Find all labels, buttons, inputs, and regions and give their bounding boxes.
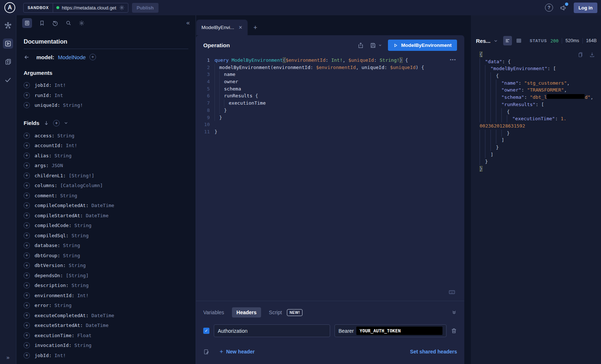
keyboard-shortcuts-icon[interactable] bbox=[448, 288, 456, 296]
run-operation-button[interactable]: ModelByEnvironment bbox=[388, 40, 457, 51]
checks-icon[interactable] bbox=[3, 75, 13, 85]
save-operation-group[interactable] bbox=[370, 42, 382, 49]
add-argument-icon[interactable]: + bbox=[24, 102, 30, 108]
add-field-icon[interactable]: + bbox=[24, 182, 30, 189]
schema-graph-icon[interactable] bbox=[3, 20, 13, 31]
fields-chevron-icon[interactable] bbox=[64, 121, 68, 125]
add-field-icon[interactable]: + bbox=[24, 302, 30, 308]
add-field-icon[interactable]: + bbox=[24, 173, 30, 179]
add-field-icon[interactable]: + bbox=[24, 142, 30, 149]
login-button[interactable]: Log in bbox=[574, 3, 597, 13]
add-field-icon[interactable]: + bbox=[24, 282, 30, 288]
add-to-query-icon[interactable]: + bbox=[89, 54, 96, 60]
add-field-icon[interactable]: + bbox=[24, 352, 30, 359]
add-field-icon[interactable]: + bbox=[24, 252, 30, 259]
header-row: ✓ Authorization Bearer YOUR_AUTH_TOKEN bbox=[203, 324, 457, 337]
add-field-icon[interactable]: + bbox=[24, 342, 30, 348]
add-field-icon[interactable]: + bbox=[24, 193, 30, 199]
indent-guide bbox=[219, 107, 224, 114]
code-line: 10 bbox=[199, 121, 464, 128]
response-dropdown-icon[interactable] bbox=[493, 39, 498, 43]
indent-guide bbox=[480, 65, 485, 72]
auth-token-value[interactable]: YOUR_AUTH_TOKEN bbox=[356, 327, 442, 335]
history-icon[interactable] bbox=[52, 20, 59, 26]
collapse-panel-icon[interactable] bbox=[451, 310, 457, 315]
add-field-icon[interactable]: + bbox=[24, 272, 30, 279]
add-field-icon[interactable]: + bbox=[24, 262, 30, 268]
response-title: Res... bbox=[476, 38, 490, 44]
publish-button[interactable]: Publish bbox=[132, 3, 159, 13]
response-actions bbox=[577, 52, 595, 58]
breadcrumb-type-link[interactable]: ModelNode bbox=[58, 54, 86, 60]
add-field-icon[interactable]: + bbox=[24, 213, 30, 219]
code-line: 7executionTime bbox=[199, 100, 464, 107]
formatted-view-toggle[interactable] bbox=[503, 36, 512, 45]
sort-fields-icon[interactable] bbox=[44, 120, 49, 126]
download-response-icon[interactable] bbox=[589, 52, 595, 58]
header-value-input[interactable]: Bearer YOUR_AUTH_TOKEN bbox=[334, 324, 446, 337]
save-icon[interactable] bbox=[370, 42, 376, 49]
explorer-icon[interactable] bbox=[3, 39, 13, 49]
indent-guide bbox=[480, 115, 485, 122]
search-icon[interactable] bbox=[65, 20, 72, 26]
add-field-icon[interactable]: + bbox=[24, 322, 30, 328]
new-tab-icon[interactable]: + bbox=[253, 24, 257, 32]
header-value-prefix: Bearer bbox=[338, 328, 354, 334]
code-line: "modelByEnvironment": [ bbox=[480, 65, 601, 72]
run-button-label: ModelByEnvironment bbox=[401, 43, 452, 48]
operation-tab[interactable]: ModelByEnvi... ✕ bbox=[196, 20, 248, 35]
tab-headers[interactable]: Headers bbox=[232, 307, 261, 318]
indent-guide bbox=[501, 130, 507, 137]
tab-variables[interactable]: Variables bbox=[203, 310, 224, 315]
field-entry: accountId Int! bbox=[35, 143, 77, 148]
field-entry: dbtVersion String bbox=[35, 263, 86, 268]
add-all-fields-icon[interactable]: + bbox=[53, 120, 60, 126]
code-line: "runResults": [ bbox=[480, 101, 601, 108]
add-argument-icon[interactable]: + bbox=[24, 92, 30, 98]
documentation-pane: « Documentation model: ModelNode + Argum… bbox=[16, 15, 196, 364]
indent-guide bbox=[215, 92, 219, 100]
announcements-icon[interactable] bbox=[560, 4, 567, 12]
operation-collections-icon[interactable] bbox=[3, 57, 13, 67]
add-field-icon[interactable]: + bbox=[24, 222, 30, 228]
field-row: + description String bbox=[24, 280, 188, 291]
add-field-icon[interactable]: + bbox=[24, 232, 30, 239]
endpoint-settings-gear-icon[interactable] bbox=[119, 5, 125, 11]
field-entry: jobId Int! bbox=[35, 353, 66, 358]
endpoint-url-field[interactable]: https://metadata.cloud.get bbox=[53, 3, 128, 12]
add-field-icon[interactable]: + bbox=[24, 153, 30, 159]
apollo-logo-icon[interactable]: A bbox=[4, 2, 15, 13]
add-field-icon[interactable]: + bbox=[24, 242, 30, 248]
query-editor[interactable]: ••• 1query ModelByEnvironment($environme… bbox=[196, 54, 464, 301]
add-field-icon[interactable]: + bbox=[24, 162, 30, 169]
save-chevron-icon[interactable] bbox=[378, 43, 382, 47]
back-arrow-icon[interactable] bbox=[24, 54, 30, 60]
tab-script[interactable]: Script bbox=[269, 310, 282, 315]
editor-menu-icon[interactable]: ••• bbox=[450, 57, 456, 62]
share-operation-icon[interactable] bbox=[357, 42, 364, 49]
header-enabled-checkbox[interactable]: ✓ bbox=[203, 328, 209, 334]
add-field-icon[interactable]: + bbox=[24, 332, 30, 339]
add-field-icon[interactable]: + bbox=[24, 202, 30, 209]
documentation-tab-icon[interactable] bbox=[22, 18, 32, 28]
field-row: + compiledSql String bbox=[24, 231, 188, 241]
endpoint-url-text[interactable]: https://metadata.cloud.get bbox=[62, 5, 116, 11]
delete-header-icon[interactable] bbox=[451, 328, 457, 334]
line-number: 10 bbox=[199, 121, 210, 128]
add-field-icon[interactable]: + bbox=[24, 312, 30, 319]
collapse-docs-icon[interactable]: « bbox=[187, 19, 190, 27]
close-tab-icon[interactable]: ✕ bbox=[239, 25, 243, 30]
set-shared-headers-link[interactable]: Set shared headers bbox=[410, 349, 457, 355]
bookmark-icon[interactable] bbox=[39, 20, 45, 26]
table-view-toggle[interactable] bbox=[515, 36, 524, 45]
environment-variables-icon[interactable] bbox=[203, 349, 209, 355]
expand-rail-icon[interactable]: » bbox=[7, 354, 9, 360]
add-argument-icon[interactable]: + bbox=[24, 82, 30, 88]
doc-settings-gear-icon[interactable] bbox=[79, 20, 85, 26]
add-field-icon[interactable]: + bbox=[24, 292, 30, 299]
new-header-button[interactable]: + New header bbox=[220, 348, 255, 355]
header-key-input[interactable]: Authorization bbox=[214, 324, 330, 337]
copy-response-icon[interactable] bbox=[577, 52, 584, 58]
add-field-icon[interactable]: + bbox=[24, 133, 30, 139]
help-icon[interactable]: ? bbox=[545, 4, 553, 12]
